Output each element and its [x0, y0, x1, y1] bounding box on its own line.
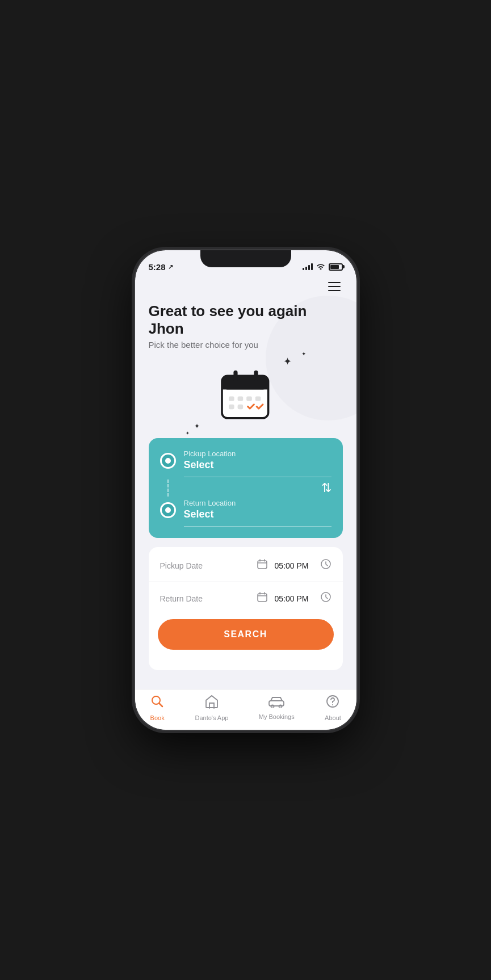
time-display: 5:28 [149, 262, 166, 272]
about-question-icon [325, 694, 340, 712]
pickup-dot-icon [160, 453, 176, 469]
greeting-subtitle: Pick the better choice for you [149, 340, 343, 350]
pickup-time-value: 05:00 PM [275, 561, 309, 570]
pickup-location-row[interactable]: Pickup Location Select [160, 449, 331, 477]
svg-point-20 [332, 704, 333, 705]
pickup-location-label: Pickup Location [184, 449, 331, 458]
calendar-svg-icon [212, 361, 280, 429]
return-location-info[interactable]: Return Location Select [184, 499, 331, 527]
svg-rect-4 [254, 371, 258, 381]
return-time-value: 05:00 PM [275, 594, 309, 603]
search-button[interactable]: SEARCH [158, 619, 334, 650]
location-connector [167, 480, 169, 497]
screen: 5:28 ↗ [135, 250, 356, 730]
car-icon [268, 695, 285, 711]
svg-rect-13 [258, 594, 267, 602]
nav-item-dantos-app[interactable]: Danto's App [195, 694, 228, 721]
greeting-title: Great to see you again Jhon [149, 302, 343, 338]
status-time: 5:28 ↗ [149, 262, 173, 272]
svg-rect-8 [255, 397, 261, 401]
return-date-row[interactable]: Return Date 05:00 PM [149, 582, 343, 615]
sparkle-icon-1: ✦ [283, 355, 292, 368]
status-icons [303, 263, 343, 271]
return-clock-icon[interactable] [320, 591, 331, 605]
return-location-label: Return Location [184, 499, 331, 507]
nav-label-my-bookings: My Bookings [259, 713, 295, 720]
bottom-navigation: Book Danto's App [135, 689, 356, 730]
nav-item-about[interactable]: About [325, 694, 341, 721]
location-arrow-icon: ↗ [168, 263, 173, 271]
return-location-divider [184, 526, 331, 527]
pickup-clock-icon[interactable] [320, 558, 331, 573]
svg-rect-5 [229, 397, 234, 401]
main-content: Great to see you again Jhon Pick the bet… [135, 275, 356, 696]
battery-icon [329, 263, 343, 271]
return-dot-icon [160, 502, 176, 518]
nav-item-my-bookings[interactable]: My Bookings [259, 695, 295, 720]
hamburger-menu-button[interactable] [326, 280, 343, 293]
return-location-value: Select [184, 508, 331, 520]
date-card: Pickup Date 05:00 PM [149, 547, 343, 670]
pickup-location-divider [184, 477, 331, 477]
return-location-row[interactable]: Return Location Select [160, 499, 331, 527]
wifi-icon [316, 263, 325, 271]
svg-rect-3 [233, 371, 237, 381]
sparkle-icon-2: ✦ [301, 351, 306, 357]
notch [200, 250, 291, 267]
swap-locations-button[interactable]: ⇅ [321, 481, 331, 495]
home-icon [204, 694, 219, 712]
header [149, 275, 343, 298]
calendar-illustration: ✦ ✦ ✦ ✦ [149, 350, 343, 438]
location-card[interactable]: ⇅ Pickup Location Select [149, 438, 343, 538]
sparkle-icon-4: ✦ [186, 431, 190, 436]
book-search-icon [150, 694, 165, 712]
signal-bars-icon [303, 263, 313, 270]
return-calendar-icon[interactable] [257, 591, 268, 605]
svg-rect-7 [246, 397, 252, 401]
pickup-calendar-icon[interactable] [257, 558, 268, 573]
nav-item-book[interactable]: Book [150, 694, 165, 721]
svg-rect-6 [237, 397, 243, 401]
pickup-location-info[interactable]: Pickup Location Select [184, 449, 331, 477]
phone-frame: 5:28 ↗ [135, 250, 356, 730]
nav-label-about: About [325, 714, 341, 721]
svg-rect-11 [258, 561, 267, 569]
pickup-location-value: Select [184, 459, 331, 471]
svg-rect-10 [237, 405, 243, 409]
pickup-date-row[interactable]: Pickup Date 05:00 PM [149, 549, 343, 582]
sparkle-icon-3: ✦ [194, 422, 200, 430]
svg-rect-2 [222, 384, 268, 390]
pickup-date-label: Pickup Date [160, 561, 250, 570]
nav-label-dantos-app: Danto's App [195, 714, 228, 721]
svg-rect-9 [229, 405, 234, 409]
return-date-label: Return Date [160, 594, 250, 603]
nav-label-book: Book [150, 714, 165, 721]
greeting-section: Great to see you again Jhon Pick the bet… [149, 302, 343, 350]
